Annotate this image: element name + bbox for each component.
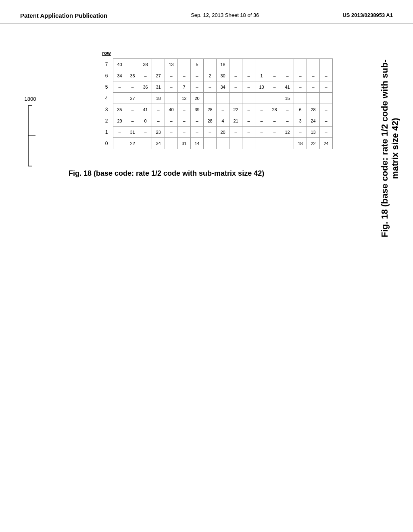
row-label-5: 5: [101, 81, 112, 93]
table-cell: –: [113, 93, 126, 104]
table-cell: –: [191, 70, 204, 81]
table-cell: –: [268, 81, 281, 93]
table-cell: 31: [178, 138, 191, 149]
table-cell: –: [281, 104, 294, 115]
table-cell: –: [191, 81, 204, 93]
matrix-table: 40–38–13–5–18––––––––3435–27–––230––1–––…: [113, 58, 333, 149]
table-cell: –: [255, 127, 268, 138]
table-cell: –: [294, 127, 307, 138]
table-cell: –: [268, 138, 281, 149]
table-cell: –: [294, 81, 307, 93]
table-cell: 20: [191, 93, 204, 104]
table-cell: –: [191, 115, 204, 127]
table-cell: 13: [307, 127, 320, 138]
table-cell: 7: [178, 81, 191, 93]
table-cell: 40: [165, 104, 178, 115]
row-header-label: row: [101, 48, 112, 59]
table-cell: –: [268, 115, 281, 127]
table-cell: –: [229, 127, 242, 138]
table-cell: 34: [113, 70, 126, 81]
table-cell: –: [242, 138, 255, 149]
table-cell: –: [165, 81, 178, 93]
table-cell: –: [204, 138, 217, 149]
table-cell: 12: [178, 93, 191, 104]
table-cell: 31: [126, 127, 139, 138]
table-cell: –: [320, 127, 333, 138]
table-cell: 28: [268, 104, 281, 115]
bracket-icon: [24, 104, 36, 168]
table-cell: 28: [307, 104, 320, 115]
table-cell: –: [126, 115, 139, 127]
table-cell: 27: [126, 93, 139, 104]
table-cell: 15: [281, 93, 294, 104]
table-cell: –: [139, 127, 152, 138]
table-cell: –: [152, 115, 165, 127]
table-cell: –: [165, 70, 178, 81]
table-cell: 41: [139, 104, 152, 115]
row-label-3: 3: [101, 104, 112, 115]
table-cell: 22: [126, 138, 139, 149]
table-cell: –: [320, 59, 333, 70]
table-cell: –: [268, 93, 281, 104]
table-cell: –: [242, 81, 255, 93]
header-right: US 2013/0238953 A1: [342, 12, 393, 18]
table-cell: 6: [294, 104, 307, 115]
table-cell: 23: [152, 127, 165, 138]
table-cell: –: [307, 70, 320, 81]
right-vertical-label: Fig. 18 (base code: rate 1/2 code with s…: [380, 48, 401, 249]
table-cell: –: [217, 138, 229, 149]
table-cell: –: [178, 127, 191, 138]
header-center: Sep. 12, 2013 Sheet 18 of 36: [191, 12, 259, 18]
table-cell: –: [320, 81, 333, 93]
table-cell: 0: [139, 115, 152, 127]
table-cell: 29: [113, 115, 126, 127]
row-label-7: 7: [101, 59, 112, 70]
table-cell: 35: [113, 104, 126, 115]
table-cell: –: [229, 70, 242, 81]
table-cell: 34: [217, 81, 229, 93]
page-header: Patent Application Publication Sep. 12, …: [0, 0, 413, 23]
table-cell: –: [281, 115, 294, 127]
row-label-6: 6: [101, 70, 112, 81]
table-cell: 28: [204, 104, 217, 115]
table-cell: –: [217, 104, 229, 115]
table-cell: 24: [320, 138, 333, 149]
table-cell: –: [126, 104, 139, 115]
figure-caption: Fig. 18 (base code: rate 1/2 code with s…: [69, 169, 278, 178]
table-cell: –: [165, 93, 178, 104]
table-cell: 21: [229, 115, 242, 127]
table-cell: 34: [152, 138, 165, 149]
table-cell: –: [307, 81, 320, 93]
table-cell: 36: [139, 81, 152, 93]
table-cell: –: [217, 93, 229, 104]
table-cell: 18: [217, 59, 229, 70]
table-cell: 35: [126, 70, 139, 81]
table-cell: –: [152, 104, 165, 115]
figure-number: 1800: [25, 96, 36, 102]
table-cell: –: [229, 81, 242, 93]
table-cell: –: [139, 70, 152, 81]
table-cell: 22: [307, 138, 320, 149]
table-cell: –: [294, 93, 307, 104]
table-cell: 1: [255, 70, 268, 81]
matrix-area: row 7 6 5 4 3 2 1 0 40–38–13–5–18–––––––…: [69, 48, 393, 178]
table-cell: –: [242, 115, 255, 127]
table-cell: 14: [191, 138, 204, 149]
table-cell: –: [255, 59, 268, 70]
table-cell: 39: [191, 104, 204, 115]
table-cell: –: [242, 104, 255, 115]
table-cell: 20: [217, 127, 229, 138]
table-cell: 13: [165, 59, 178, 70]
table-cell: –: [204, 81, 217, 93]
table-cell: –: [281, 59, 294, 70]
row-label-4: 4: [101, 93, 112, 104]
table-cell: –: [320, 93, 333, 104]
table-cell: 10: [255, 81, 268, 93]
table-cell: –: [113, 127, 126, 138]
table-cell: –: [113, 138, 126, 149]
table-cell: –: [178, 115, 191, 127]
table-cell: –: [191, 127, 204, 138]
table-cell: –: [268, 59, 281, 70]
table-cell: –: [204, 127, 217, 138]
table-cell: –: [307, 59, 320, 70]
